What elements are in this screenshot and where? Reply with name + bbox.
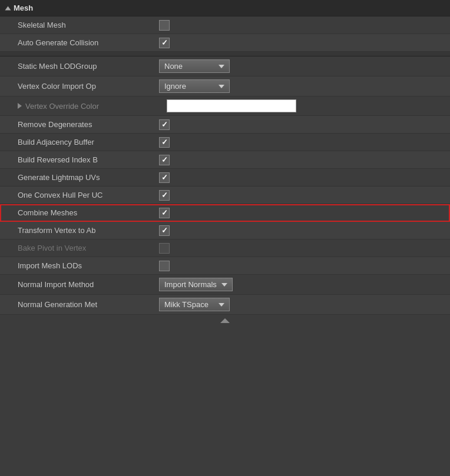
label-generate-lightmap-uvs: Generate Lightmap UVs: [18, 173, 159, 182]
checkbox-transform-vertex[interactable]: [159, 225, 170, 236]
control-vertex-override-color: [167, 99, 444, 112]
row-build-reversed-index: Build Reversed Index B: [0, 151, 450, 169]
dropdown-normal-import-method[interactable]: Import Normals: [159, 278, 233, 291]
control-build-adjacency-buffer: [159, 137, 444, 148]
label-bake-pivot-in-vertex: Bake Pivot in Vertex: [18, 244, 159, 252]
control-generate-lightmap-uvs: [159, 172, 444, 183]
dropdown-vertex-color-import-op[interactable]: Ignore: [159, 79, 230, 93]
dropdown-static-mesh-lodgroup[interactable]: None: [159, 59, 230, 73]
checkbox-import-mesh-lods[interactable]: [159, 261, 170, 271]
collapse-triangle-icon: [5, 6, 11, 10]
scroll-up-chevron-icon[interactable]: [220, 318, 230, 323]
label-remove-degenerates: Remove Degenerates: [18, 120, 159, 129]
label-combine-meshes: Combine Meshes: [18, 208, 159, 217]
label-static-mesh-lodgroup: Static Mesh LODGroup: [18, 62, 159, 71]
row-remove-degenerates: Remove Degenerates: [0, 116, 450, 134]
control-remove-degenerates: [159, 119, 444, 130]
label-normal-generation-method: Normal Generation Met: [18, 300, 159, 309]
label-import-mesh-lods: Import Mesh LODs: [18, 261, 159, 270]
control-one-convex-hull: [159, 190, 444, 201]
mesh-panel: Mesh Skeletal Mesh Auto Generate Collisi…: [0, 0, 450, 338]
dropdown-normal-gen-arrow-icon: [219, 303, 224, 307]
row-import-mesh-lods: Import Mesh LODs: [0, 257, 450, 275]
label-normal-import-method: Normal Import Method: [18, 280, 159, 289]
label-transform-vertex: Transform Vertex to Ab: [18, 226, 159, 235]
checkbox-bake-pivot-in-vertex[interactable]: [159, 243, 170, 254]
row-vertex-override-color: Vertex Override Color: [0, 96, 450, 116]
dropdown-normal-gen-value: Mikk TSpace: [164, 300, 209, 309]
section-title: Mesh: [14, 4, 33, 12]
dropdown-normal-import-arrow-icon: [221, 283, 227, 287]
spacer-1: [0, 52, 450, 56]
checkbox-combine-meshes[interactable]: [159, 208, 170, 218]
row-auto-generate-collision: Auto Generate Collision: [0, 34, 450, 52]
checkbox-build-adjacency-buffer[interactable]: [159, 137, 170, 148]
control-transform-vertex: [159, 225, 444, 236]
label-skeletal-mesh: Skeletal Mesh: [18, 21, 159, 29]
row-generate-lightmap-uvs: Generate Lightmap UVs: [0, 169, 450, 187]
dropdown-static-value: None: [164, 62, 183, 71]
checkbox-one-convex-hull[interactable]: [159, 190, 170, 201]
dropdown-normal-generation-method[interactable]: Mikk TSpace: [159, 298, 230, 311]
row-build-adjacency-buffer: Build Adjacency Buffer: [0, 134, 450, 151]
row-one-convex-hull: One Convex Hull Per UC: [0, 187, 450, 204]
row-normal-generation-method: Normal Generation Met Mikk TSpace: [0, 295, 450, 315]
row-bake-pivot-in-vertex: Bake Pivot in Vertex: [0, 239, 450, 257]
row-skeletal-mesh: Skeletal Mesh: [0, 16, 450, 34]
bottom-chevron-area: [0, 315, 450, 327]
control-combine-meshes: [159, 208, 444, 218]
label-vertex-override-color: Vertex Override Color: [25, 102, 167, 111]
label-one-convex-hull: One Convex Hull Per UC: [18, 191, 159, 199]
dropdown-vertex-color-arrow-icon: [219, 85, 224, 88]
dropdown-static-arrow-icon: [219, 65, 224, 68]
label-auto-generate-collision: Auto Generate Collision: [18, 38, 159, 47]
section-header-mesh[interactable]: Mesh: [0, 0, 450, 16]
control-normal-generation-method: Mikk TSpace: [159, 298, 444, 311]
control-normal-import-method: Import Normals: [159, 278, 444, 291]
label-vertex-color-import-op: Vertex Color Import Op: [18, 82, 159, 91]
control-skeletal-mesh: [159, 20, 444, 31]
control-import-mesh-lods: [159, 261, 444, 271]
control-auto-generate-collision: [159, 38, 444, 48]
color-input-vertex-override[interactable]: [167, 99, 296, 112]
row-normal-import-method: Normal Import Method Import Normals: [0, 275, 450, 295]
row-transform-vertex: Transform Vertex to Ab: [0, 222, 450, 239]
control-bake-pivot-in-vertex: [159, 243, 444, 254]
row-combine-meshes: Combine Meshes: [0, 204, 450, 222]
row-vertex-color-import-op: Vertex Color Import Op Ignore: [0, 76, 450, 96]
checkbox-auto-generate-collision[interactable]: [159, 38, 170, 48]
row-static-mesh-lodgroup: Static Mesh LODGroup None: [0, 56, 450, 76]
checkbox-generate-lightmap-uvs[interactable]: [159, 172, 170, 183]
checkbox-remove-degenerates[interactable]: [159, 119, 170, 130]
dropdown-normal-import-value: Import Normals: [164, 280, 217, 289]
control-build-reversed-index: [159, 155, 444, 165]
expand-vertex-override-icon[interactable]: [18, 103, 22, 109]
control-static-mesh-lodgroup: None: [159, 59, 444, 73]
checkbox-build-reversed-index[interactable]: [159, 155, 170, 165]
control-vertex-color-import-op: Ignore: [159, 79, 444, 93]
dropdown-vertex-color-value: Ignore: [164, 82, 186, 91]
checkbox-skeletal-mesh[interactable]: [159, 20, 170, 31]
label-build-reversed-index: Build Reversed Index B: [18, 155, 159, 164]
label-build-adjacency-buffer: Build Adjacency Buffer: [18, 138, 159, 147]
